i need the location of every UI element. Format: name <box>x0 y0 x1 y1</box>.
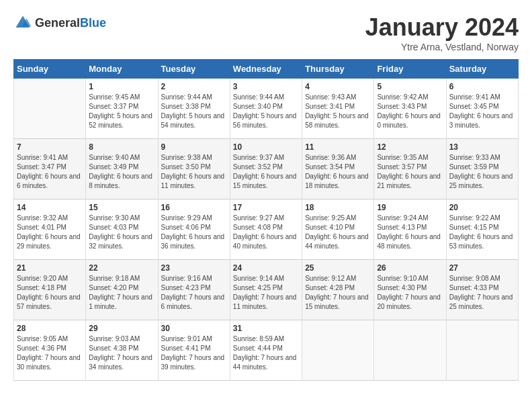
cell-1-3: 2Sunrise: 9:44 AMSunset: 3:38 PMDaylight… <box>158 79 230 139</box>
cell-content: Sunrise: 9:27 AMSunset: 4:08 PMDaylight:… <box>233 214 299 251</box>
cell-content: Sunrise: 9:05 AMSunset: 4:36 PMDaylight:… <box>17 334 83 372</box>
logo-blue: Blue <box>80 16 106 30</box>
daylight-text: Daylight: 5 hours and 56 minutes. <box>233 112 297 129</box>
sunrise-text: Sunrise: 9:36 AM <box>305 154 356 161</box>
sunrise-text: Sunrise: 9:24 AM <box>377 214 428 222</box>
sunset-text: Sunset: 4:28 PM <box>305 284 355 291</box>
sunrise-text: Sunrise: 9:41 AM <box>17 154 68 161</box>
cell-1-4: 3Sunrise: 9:44 AMSunset: 3:40 PMDaylight… <box>230 79 302 139</box>
sunset-text: Sunset: 4:25 PM <box>233 284 283 291</box>
daylight-text: Daylight: 6 hours and 36 minutes. <box>161 233 225 250</box>
cell-content: Sunrise: 9:08 AMSunset: 4:33 PMDaylight:… <box>449 274 515 312</box>
daylight-text: Daylight: 6 hours and 11 minutes. <box>161 173 225 189</box>
day-number: 10 <box>233 142 299 152</box>
daylight-text: Daylight: 5 hours and 58 minutes. <box>305 112 369 129</box>
cell-content: Sunrise: 9:12 AMSunset: 4:28 PMDaylight:… <box>305 274 371 312</box>
header-row: Sunday Monday Tuesday Wednesday Thursday… <box>14 60 519 79</box>
cell-content: Sunrise: 9:22 AMSunset: 4:15 PMDaylight:… <box>449 214 515 251</box>
cell-content: Sunrise: 9:35 AMSunset: 3:57 PMDaylight:… <box>377 153 443 191</box>
daylight-text: Daylight: 7 hours and 30 minutes. <box>17 354 81 371</box>
day-number: 30 <box>161 324 227 333</box>
day-number: 16 <box>161 203 227 212</box>
cell-2-7: 13Sunrise: 9:33 AMSunset: 3:59 PMDayligh… <box>446 139 518 199</box>
cell-5-1: 28Sunrise: 9:05 AMSunset: 4:36 PMDayligh… <box>14 320 86 381</box>
day-number: 20 <box>449 203 515 212</box>
cell-content: Sunrise: 9:33 AMSunset: 3:59 PMDaylight:… <box>449 153 515 191</box>
sunset-text: Sunset: 4:30 PM <box>377 284 427 291</box>
logo-icon <box>13 13 32 32</box>
daylight-text: Daylight: 6 hours and 0 minutes. <box>377 112 441 129</box>
sunrise-text: Sunrise: 9:32 AM <box>17 214 68 222</box>
sunrise-text: Sunrise: 9:38 AM <box>161 154 212 161</box>
sunset-text: Sunset: 4:36 PM <box>17 345 66 352</box>
sunset-text: Sunset: 3:52 PM <box>233 163 283 171</box>
sunset-text: Sunset: 3:40 PM <box>233 103 283 110</box>
day-number: 23 <box>161 263 227 273</box>
sunrise-text: Sunrise: 9:20 AM <box>17 275 68 282</box>
day-number: 17 <box>233 203 299 212</box>
cell-1-2: 1Sunrise: 9:45 AMSunset: 3:37 PMDaylight… <box>86 79 158 139</box>
sunset-text: Sunset: 3:45 PM <box>449 103 499 110</box>
day-number: 4 <box>305 82 371 91</box>
cell-4-6: 26Sunrise: 9:10 AMSunset: 4:30 PMDayligh… <box>374 260 446 320</box>
daylight-text: Daylight: 7 hours and 34 minutes. <box>89 354 152 371</box>
day-number: 8 <box>89 142 154 152</box>
cell-4-7: 27Sunrise: 9:08 AMSunset: 4:33 PMDayligh… <box>446 260 518 320</box>
col-tuesday: Tuesday <box>158 60 230 79</box>
day-number: 6 <box>449 82 515 91</box>
cell-content: Sunrise: 9:37 AMSunset: 3:52 PMDaylight:… <box>233 153 299 191</box>
daylight-text: Daylight: 7 hours and 1 minute. <box>89 293 152 310</box>
sunrise-text: Sunrise: 9:12 AM <box>305 275 356 282</box>
cell-1-7: 6Sunrise: 9:41 AMSunset: 3:45 PMDaylight… <box>446 79 518 139</box>
daylight-text: Daylight: 6 hours and 18 minutes. <box>305 173 369 189</box>
daylight-text: Daylight: 7 hours and 15 minutes. <box>305 293 369 310</box>
sunset-text: Sunset: 4:01 PM <box>17 224 66 231</box>
day-number: 14 <box>17 203 83 212</box>
sunset-text: Sunset: 3:50 PM <box>161 163 211 171</box>
day-number: 12 <box>377 142 443 152</box>
daylight-text: Daylight: 7 hours and 25 minutes. <box>449 293 513 310</box>
logo-text: GeneralBlue <box>35 16 106 30</box>
sunset-text: Sunset: 4:23 PM <box>161 284 211 291</box>
day-number: 5 <box>377 82 443 91</box>
sunrise-text: Sunrise: 9:42 AM <box>377 93 428 101</box>
sunset-text: Sunset: 3:43 PM <box>377 103 427 110</box>
day-number: 2 <box>161 82 227 91</box>
cell-content: Sunrise: 9:40 AMSunset: 3:49 PMDaylight:… <box>89 153 154 191</box>
sunrise-text: Sunrise: 9:30 AM <box>89 214 140 222</box>
sunrise-text: Sunrise: 9:44 AM <box>161 93 212 101</box>
daylight-text: Daylight: 6 hours and 53 minutes. <box>449 233 513 250</box>
sunrise-text: Sunrise: 9:40 AM <box>89 154 140 161</box>
day-number: 27 <box>449 263 515 273</box>
sunrise-text: Sunrise: 8:59 AM <box>233 335 284 342</box>
sunset-text: Sunset: 4:41 PM <box>161 345 211 352</box>
cell-content: Sunrise: 9:24 AMSunset: 4:13 PMDaylight:… <box>377 214 443 251</box>
week-row-3: 14Sunrise: 9:32 AMSunset: 4:01 PMDayligh… <box>14 199 519 260</box>
day-number: 31 <box>233 324 299 333</box>
sunrise-text: Sunrise: 9:10 AM <box>377 275 428 282</box>
cell-content: Sunrise: 9:14 AMSunset: 4:25 PMDaylight:… <box>233 274 299 312</box>
day-number: 22 <box>89 263 154 273</box>
calendar-table: Sunday Monday Tuesday Wednesday Thursday… <box>13 59 519 381</box>
sunrise-text: Sunrise: 9:01 AM <box>161 335 212 342</box>
cell-2-3: 9Sunrise: 9:38 AMSunset: 3:50 PMDaylight… <box>158 139 230 199</box>
sunrise-text: Sunrise: 9:35 AM <box>377 154 428 161</box>
daylight-text: Daylight: 6 hours and 21 minutes. <box>377 173 441 189</box>
sunrise-text: Sunrise: 9:14 AM <box>233 275 284 282</box>
cell-content: Sunrise: 9:45 AMSunset: 3:37 PMDaylight:… <box>89 93 154 130</box>
day-number: 11 <box>305 142 371 152</box>
sunrise-text: Sunrise: 9:18 AM <box>89 275 140 282</box>
sunset-text: Sunset: 4:06 PM <box>161 224 211 231</box>
day-number: 7 <box>17 142 83 152</box>
col-sunday: Sunday <box>14 60 86 79</box>
daylight-text: Daylight: 5 hours and 54 minutes. <box>161 112 225 129</box>
daylight-text: Daylight: 6 hours and 48 minutes. <box>377 233 441 250</box>
daylight-text: Daylight: 6 hours and 6 minutes. <box>17 173 81 189</box>
cell-3-1: 14Sunrise: 9:32 AMSunset: 4:01 PMDayligh… <box>14 199 86 260</box>
logo-general: General <box>35 16 80 30</box>
daylight-text: Daylight: 6 hours and 3 minutes. <box>449 112 513 129</box>
day-number: 18 <box>305 203 371 212</box>
cell-content: Sunrise: 9:16 AMSunset: 4:23 PMDaylight:… <box>161 274 227 312</box>
page-header: GeneralBlue January 2024 Ytre Arna, Vest… <box>13 13 519 52</box>
cell-2-4: 10Sunrise: 9:37 AMSunset: 3:52 PMDayligh… <box>230 139 302 199</box>
